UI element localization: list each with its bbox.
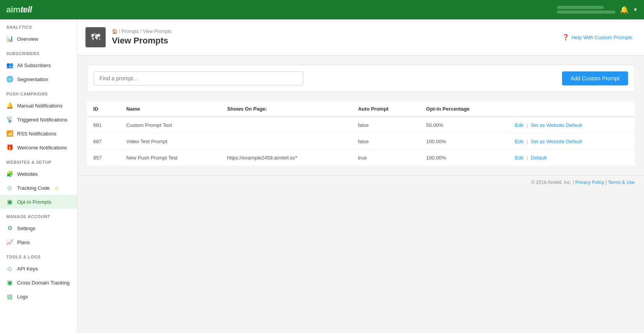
column-header-opt-in-percentage: Opt-in Percentage xyxy=(420,101,508,117)
settings-icon: ⚙ xyxy=(6,225,13,232)
rss-notifications-icon: 📶 xyxy=(6,130,13,137)
sidebar-item-plans[interactable]: 📈Plans xyxy=(0,235,77,249)
action-link-set-as-website-default-1[interactable]: Set as Website Default xyxy=(531,139,582,144)
warning-icon: ⚠ xyxy=(54,185,59,191)
sidebar-item-label-plans: Plans xyxy=(17,239,30,245)
sidebar-item-api-keys[interactable]: ◇API Keys xyxy=(0,262,77,276)
manual-notifications-icon: 🔔 xyxy=(6,102,13,109)
toolbar-row: Add Custom Prompt xyxy=(87,65,635,92)
sidebar-item-welcome-notifications[interactable]: 🎁Welcome Notifications xyxy=(0,140,77,154)
sidebar-item-tracking-code[interactable]: ◇Tracking Code⚠ xyxy=(0,181,77,195)
action-link-edit-1[interactable]: Edit xyxy=(515,139,523,144)
column-header-actions xyxy=(508,101,635,117)
sidebar-section-websites-&-setup: WEBSITES & SETUP xyxy=(0,154,77,167)
help-link-label: Help With Custom Prompts xyxy=(571,35,632,40)
sidebar-item-label-api-keys: API Keys xyxy=(17,266,38,272)
breadcrumb: 🏠 / Prompts / View Prompts xyxy=(112,29,172,34)
sidebar-item-label-settings: Settings xyxy=(17,225,35,231)
table-cell-auto-prompt: false xyxy=(352,134,420,150)
copyright-text: © 2018 Aimtell, Inc. | xyxy=(531,180,574,185)
action-link-default-2[interactable]: Default xyxy=(531,155,547,161)
sidebar-item-triggered-notifications[interactable]: 📡Triggered Notifications xyxy=(0,113,77,127)
table-cell-name: Custom Prompt Test xyxy=(120,117,221,134)
sidebar-item-all-subscribers[interactable]: 👥All Subscribers xyxy=(0,58,77,72)
sidebar-item-rss-notifications[interactable]: 📶RSS Notifications xyxy=(0,127,77,140)
sidebar-item-logs[interactable]: ▤Logs xyxy=(0,290,77,304)
websites-icon: 🧩 xyxy=(6,170,13,177)
sidebar-item-label-manual-notifications: Manual Notifications xyxy=(17,103,63,109)
breadcrumb-prompts-link[interactable]: Prompts xyxy=(122,29,139,34)
logs-icon: ▤ xyxy=(6,293,13,300)
app-logo[interactable]: aimtell xyxy=(6,5,32,15)
action-link-edit-2[interactable]: Edit xyxy=(515,155,523,161)
sidebar-section-manage-account: MANAGE ACCOUNT xyxy=(0,209,77,221)
prompts-table: IDNameShows On Page:Auto PromptOpt-in Pe… xyxy=(87,101,635,166)
table-cell-id: 857 xyxy=(87,150,120,166)
sidebar-item-label-opt-in-prompts: Opt-In Prompts xyxy=(17,199,51,205)
sidebar-item-cross-domain-tracking[interactable]: ▣Cross Domain Tracking xyxy=(0,276,77,290)
page-title: View Prompts xyxy=(112,36,172,46)
sidebar-item-websites[interactable]: 🧩Websites xyxy=(0,167,77,181)
table-row: 857New Push Prompt Testhttps://example24… xyxy=(87,150,635,166)
content-area: Add Custom Prompt IDNameShows On Page:Au… xyxy=(78,56,644,175)
opt-in-prompts-icon: ▣ xyxy=(6,198,13,205)
column-header-id: ID xyxy=(87,101,120,117)
add-custom-prompt-button[interactable]: Add Custom Prompt xyxy=(562,71,628,85)
api-keys-icon: ◇ xyxy=(6,265,13,272)
table-cell-shows-on-page- xyxy=(221,117,352,134)
table-header: IDNameShows On Page:Auto PromptOpt-in Pe… xyxy=(87,101,635,117)
segmentation-icon: 🌐 xyxy=(6,76,13,83)
action-link-set-as-website-default-0[interactable]: Set as Website Default xyxy=(531,122,582,128)
overview-icon: 📊 xyxy=(6,35,13,42)
breadcrumb-current: View Prompts xyxy=(143,29,172,34)
page-header-left: 🗺 🏠 / Prompts / View Prompts View Prompt… xyxy=(85,27,172,47)
column-header-name: Name xyxy=(120,101,221,117)
sidebar-item-label-welcome-notifications: Welcome Notifications xyxy=(17,145,67,151)
main-content: 🗺 🏠 / Prompts / View Prompts View Prompt… xyxy=(78,19,644,333)
plans-icon: 📈 xyxy=(6,239,13,246)
sidebar-item-label-logs: Logs xyxy=(17,294,28,300)
table-cell-opt-in-percentage: 100.00% xyxy=(420,134,508,150)
table-cell-opt-in-percentage: 50.00% xyxy=(420,117,508,134)
sidebar-item-label-rss-notifications: RSS Notifications xyxy=(17,131,56,137)
action-link-edit-0[interactable]: Edit xyxy=(515,122,523,128)
search-input[interactable] xyxy=(94,71,303,85)
sidebar-item-label-cross-domain-tracking: Cross Domain Tracking xyxy=(17,280,70,286)
sidebar-item-label-all-subscribers: All Subscribers xyxy=(17,62,51,68)
table-cell-shows-on-page-: https://example2459.aimtell.io/* xyxy=(221,150,352,166)
sidebar-item-settings[interactable]: ⚙Settings xyxy=(0,221,77,235)
table-cell-actions: Edit | Default xyxy=(508,150,635,166)
table-cell-actions: Edit | Set as Website Default xyxy=(508,117,635,134)
table-cell-shows-on-page- xyxy=(221,134,352,150)
table-cell-name: Video Test Prompt xyxy=(120,134,221,150)
sidebar-section-push-campaigns: PUSH CAMPAIGNS xyxy=(0,86,77,99)
tracking-code-icon: ◇ xyxy=(6,184,13,191)
sidebar-item-manual-notifications[interactable]: 🔔Manual Notifications xyxy=(0,99,77,113)
notification-bell-icon[interactable]: 🔔 xyxy=(620,5,628,14)
help-link[interactable]: ❓ Help With Custom Prompts xyxy=(562,34,632,41)
sidebar-item-opt-in-prompts[interactable]: ▣Opt-In Prompts xyxy=(0,195,77,209)
main-layout: ANALYTICS📊OverviewSUBSCRIBERS👥All Subscr… xyxy=(0,19,644,333)
column-header-shows-on-page:: Shows On Page: xyxy=(221,101,352,117)
privacy-policy-link[interactable]: Privacy Policy xyxy=(575,180,604,185)
table-cell-name: New Push Prompt Test xyxy=(120,150,221,166)
breadcrumb-home-link[interactable]: 🏠 xyxy=(112,29,118,34)
table-cell-id: 681 xyxy=(87,117,120,134)
sidebar-item-segmentation[interactable]: 🌐Segmentation xyxy=(0,72,77,86)
page-header-title-area: 🏠 / Prompts / View Prompts View Prompts xyxy=(112,29,172,46)
sidebar-item-overview[interactable]: 📊Overview xyxy=(0,32,77,46)
top-nav-right: 🔔 ▼ xyxy=(557,5,638,14)
footer: © 2018 Aimtell, Inc. | Privacy Policy | … xyxy=(78,175,644,189)
all-subscribers-icon: 👥 xyxy=(6,62,13,69)
welcome-notifications-icon: 🎁 xyxy=(6,144,13,151)
terms-use-link[interactable]: Terms & Use xyxy=(608,180,635,185)
top-nav-search-bar xyxy=(557,6,615,14)
cross-domain-tracking-icon: ▣ xyxy=(6,279,13,286)
help-icon: ❓ xyxy=(562,34,569,41)
table-body: 681Custom Prompt Testfalse50.00%Edit | S… xyxy=(87,117,635,166)
top-nav: aimtell 🔔 ▼ xyxy=(0,0,644,19)
table-cell-actions: Edit | Set as Website Default xyxy=(508,134,635,150)
sidebar-item-label-segmentation: Segmentation xyxy=(17,76,48,82)
user-dropdown-icon[interactable]: ▼ xyxy=(633,7,638,12)
triggered-notifications-icon: 📡 xyxy=(6,116,13,123)
